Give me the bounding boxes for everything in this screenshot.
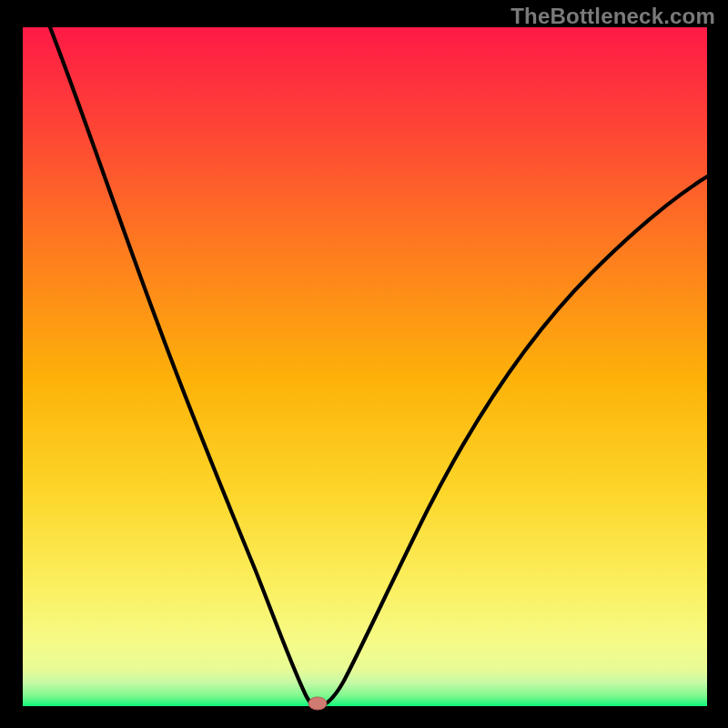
optimal-marker: [308, 697, 327, 710]
chart-frame: { "watermark": "TheBottleneck.com", "col…: [0, 0, 728, 728]
chart-svg: [0, 0, 728, 728]
plot-background: [23, 27, 707, 706]
watermark-text: TheBottleneck.com: [511, 4, 715, 29]
